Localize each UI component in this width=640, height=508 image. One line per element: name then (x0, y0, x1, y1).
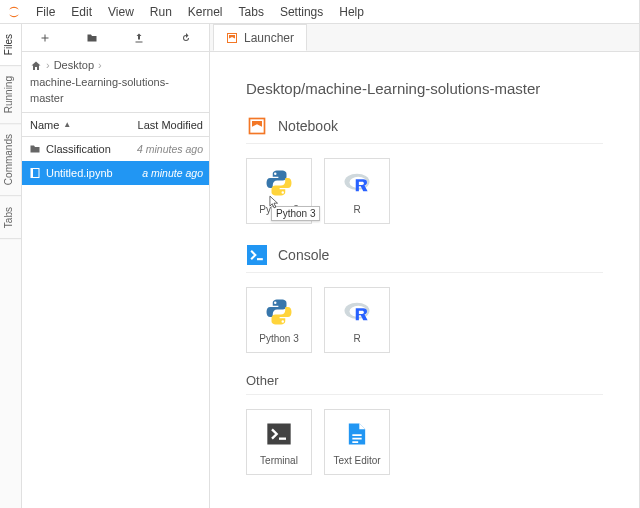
sidetab-tabs[interactable]: Tabs (0, 197, 21, 239)
card-row: TerminalText Editor (246, 409, 603, 475)
col-name-header[interactable]: Name ▲ (22, 119, 131, 131)
section-header: Notebook (246, 115, 603, 144)
card-label: Text Editor (333, 455, 380, 466)
file-browser: › Desktop › machine-Learning-solutions-m… (22, 24, 210, 508)
tab-bar: Launcher (210, 24, 639, 52)
launcher-section-other: OtherTerminalText Editor (246, 373, 603, 475)
launcher-card-r[interactable]: R (324, 287, 390, 353)
launcher-card-python3[interactable]: Python 3Python 3 (246, 158, 312, 224)
menu-view[interactable]: View (100, 0, 142, 24)
file-list: Classification4 minutes agoUntitled.ipyn… (22, 137, 209, 185)
section-title: Other (246, 373, 603, 395)
sidetab-commands[interactable]: Commands (0, 124, 21, 196)
home-icon[interactable] (30, 60, 42, 72)
svg-rect-2 (228, 33, 237, 42)
jupyter-logo-icon (6, 4, 22, 20)
notebook-section-icon (246, 115, 268, 137)
breadcrumb-sep: › (98, 58, 102, 73)
svg-rect-3 (250, 119, 265, 134)
launcher-card-terminal[interactable]: Terminal (246, 409, 312, 475)
svg-rect-1 (31, 169, 33, 178)
menu-help[interactable]: Help (331, 0, 372, 24)
launcher-path: Desktop/machine-Learning-solutions-maste… (246, 80, 603, 97)
terminal-icon (264, 419, 294, 449)
menu-edit[interactable]: Edit (63, 0, 100, 24)
section-title: Notebook (278, 118, 338, 134)
card-row: Python 3R (246, 287, 603, 353)
file-row[interactable]: Untitled.ipynba minute ago (22, 161, 209, 185)
file-name: Untitled.ipynb (46, 167, 131, 179)
card-label: Terminal (260, 455, 298, 466)
refresh-button[interactable] (174, 27, 198, 49)
launcher-tab-icon (226, 32, 238, 44)
file-browser-toolbar (22, 24, 209, 52)
card-row: Python 3Python 3R (246, 158, 603, 224)
launcher-card-python3[interactable]: Python 3 (246, 287, 312, 353)
folder-icon (28, 142, 42, 156)
sidetab-running[interactable]: Running (0, 66, 21, 124)
sidetab-files[interactable]: Files (0, 24, 21, 66)
console-section-icon (246, 244, 268, 266)
launcher-section-console: ConsolePython 3R (246, 244, 603, 353)
python3-icon (264, 168, 294, 198)
menu-file[interactable]: File (28, 0, 63, 24)
breadcrumb-sep: › (46, 58, 50, 73)
launcher-section-notebook: NotebookPython 3Python 3R (246, 115, 603, 224)
sort-asc-icon: ▲ (63, 120, 71, 129)
launcher-card-texteditor[interactable]: Text Editor (324, 409, 390, 475)
file-list-header: Name ▲ Last Modified (22, 113, 209, 137)
card-label: R (353, 333, 360, 344)
file-name: Classification (46, 143, 131, 155)
menubar: File Edit View Run Kernel Tabs Settings … (0, 0, 639, 24)
tab-launcher[interactable]: Launcher (213, 24, 307, 51)
breadcrumb-item[interactable]: machine-Learning-solutions-master (30, 75, 201, 106)
svg-rect-9 (267, 423, 290, 444)
menu-kernel[interactable]: Kernel (180, 0, 231, 24)
tab-label: Launcher (244, 31, 294, 45)
breadcrumb-item[interactable]: Desktop (54, 58, 94, 73)
section-title: Console (278, 247, 329, 263)
menu-settings[interactable]: Settings (272, 0, 331, 24)
menu-run[interactable]: Run (142, 0, 180, 24)
menu-tabs[interactable]: Tabs (231, 0, 272, 24)
upload-button[interactable] (127, 27, 151, 49)
texteditor-icon (342, 419, 372, 449)
col-modified-header[interactable]: Last Modified (131, 119, 209, 131)
file-modified: 4 minutes ago (131, 143, 209, 155)
breadcrumb[interactable]: › Desktop › machine-Learning-solutions-m… (22, 52, 209, 113)
card-label: Python 3 (259, 333, 298, 344)
r-icon (342, 168, 372, 198)
r-icon (342, 297, 372, 327)
notebook-icon (28, 166, 42, 180)
new-folder-button[interactable] (80, 27, 104, 49)
activity-bar: Files Running Commands Tabs (0, 24, 22, 508)
tooltip: Python 3 (271, 206, 320, 221)
new-launcher-button[interactable] (33, 27, 57, 49)
file-row[interactable]: Classification4 minutes ago (22, 137, 209, 161)
main-area: Launcher Desktop/machine-Learning-soluti… (210, 24, 639, 508)
svg-rect-6 (247, 245, 267, 265)
file-modified: a minute ago (131, 167, 209, 179)
card-label: R (353, 204, 360, 215)
section-header: Console (246, 244, 603, 273)
launcher-panel: Desktop/machine-Learning-solutions-maste… (210, 52, 639, 508)
launcher-card-r[interactable]: R (324, 158, 390, 224)
python3-icon (264, 297, 294, 327)
